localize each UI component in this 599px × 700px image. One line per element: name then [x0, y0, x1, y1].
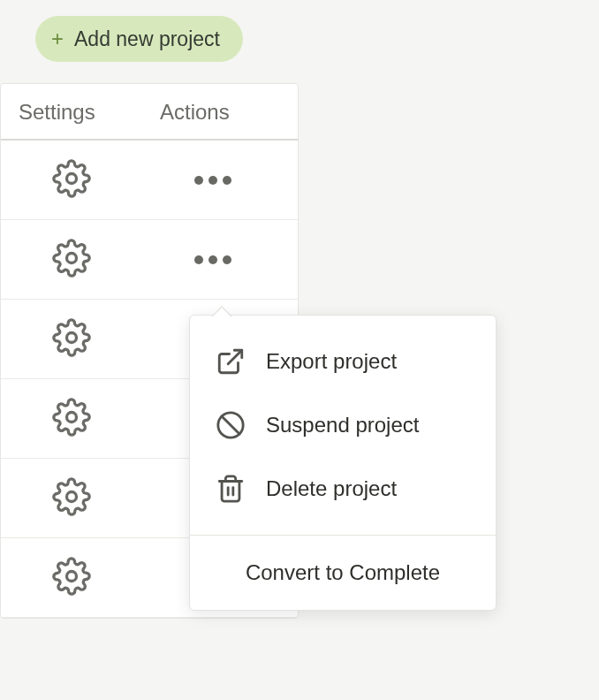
gear-icon — [52, 477, 91, 520]
gear-icon — [52, 557, 91, 599]
popover-item-label: Export project — [266, 349, 397, 374]
popover-item-suspend[interactable]: Suspend project — [190, 393, 496, 457]
plus-icon: + — [51, 27, 64, 51]
settings-cell[interactable] — [1, 398, 142, 440]
svg-point-5 — [67, 571, 77, 581]
more-actions-icon[interactable] — [194, 255, 231, 264]
svg-point-2 — [67, 332, 77, 342]
gear-icon — [52, 159, 91, 202]
gear-icon — [52, 398, 91, 440]
actions-popover: Export project Suspend project — [189, 315, 497, 611]
gear-icon — [52, 318, 91, 361]
svg-line-8 — [222, 416, 239, 434]
popover-item-label: Delete project — [266, 476, 397, 501]
popover-item-export[interactable]: Export project — [190, 330, 496, 393]
gear-icon — [52, 239, 91, 281]
column-header-actions: Actions — [142, 84, 284, 139]
actions-cell[interactable] — [142, 255, 284, 264]
popover-convert-to-complete[interactable]: Convert to Complete — [190, 536, 496, 610]
add-new-project-button[interactable]: + Add new project — [35, 16, 243, 62]
popover-items-section: Export project Suspend project — [190, 316, 496, 535]
svg-point-3 — [67, 412, 77, 422]
more-actions-icon[interactable] — [194, 176, 231, 185]
svg-point-0 — [67, 173, 77, 183]
export-icon — [215, 346, 246, 377]
trash-icon — [215, 473, 246, 505]
popover-item-label: Suspend project — [266, 413, 419, 438]
settings-cell[interactable] — [1, 557, 142, 599]
settings-cell[interactable] — [1, 159, 142, 202]
table-row — [1, 141, 298, 220]
svg-point-1 — [67, 253, 77, 262]
actions-cell[interactable] — [142, 176, 284, 185]
svg-line-6 — [228, 350, 242, 364]
add-new-project-label: Add new project — [74, 27, 220, 51]
suspend-icon — [215, 409, 246, 441]
popover-item-delete[interactable]: Delete project — [190, 457, 496, 521]
table-row — [1, 220, 298, 300]
settings-cell[interactable] — [1, 318, 142, 361]
table-header: Settings Actions — [1, 84, 298, 141]
settings-cell[interactable] — [1, 477, 142, 520]
column-header-settings: Settings — [1, 84, 142, 139]
svg-point-4 — [67, 491, 77, 501]
settings-cell[interactable] — [1, 239, 142, 281]
